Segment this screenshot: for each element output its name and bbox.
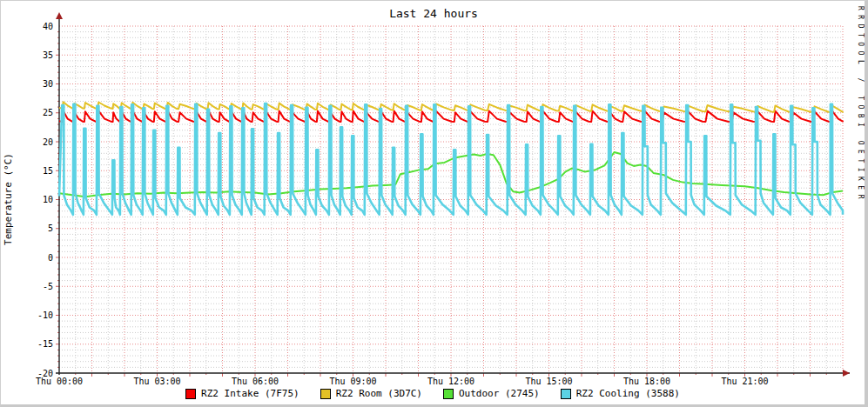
legend-item-outdoor: Outdoor (2745) (443, 388, 540, 399)
legend-item-rz2-cooling: RZ2 Cooling (3588) (561, 388, 680, 399)
x-tick-label: Thu 00:00 (36, 377, 83, 386)
y-axis-label: Temperature (°C) (3, 153, 14, 245)
y-tick-label: 0 (48, 253, 53, 263)
legend-label-outdoor: Outdoor (2745) (459, 388, 540, 399)
legend-item-rz2-intake: RZ2 Intake (7F75) (185, 388, 299, 399)
x-tick-label: Thu 06:00 (232, 377, 279, 386)
y-tick-label: 40 (43, 22, 53, 31)
y-tick-label: -5 (43, 282, 53, 291)
temperature-chart: 4035302520151050-5-10-15-20Thu 00:00Thu … (1, 1, 865, 404)
legend-swatch-outdoor (443, 389, 454, 399)
y-tick-label: 15 (43, 166, 53, 176)
legend-swatch-rz2-intake (185, 389, 196, 399)
x-tick-label: Thu 03:00 (133, 377, 180, 386)
y-tick-label: 30 (43, 79, 53, 89)
x-tick-label: Thu 21:00 (721, 377, 768, 386)
y-tick-label: 10 (43, 195, 53, 204)
y-tick-label: 20 (43, 137, 53, 147)
x-tick-label: Thu 18:00 (623, 377, 670, 386)
legend-swatch-rz2-cooling (561, 389, 571, 399)
y-tick-label: 25 (43, 108, 53, 117)
legend-item-rz2-room: RZ2 Room (3D7C) (320, 388, 422, 399)
x-tick-label: Thu 12:00 (427, 377, 474, 386)
chart-title: Last 24 hours (389, 7, 478, 20)
rrdtool-watermark: RRDTOOL / TOBI OETIKER (857, 6, 865, 204)
chart-legend: RZ2 Intake (7F75) RZ2 Room (3D7C) Outdoo… (1, 388, 865, 399)
y-tick-label: 35 (43, 50, 53, 60)
y-tick-label: 5 (48, 224, 53, 233)
legend-label-rz2-cooling: RZ2 Cooling (3588) (576, 388, 680, 399)
y-tick-label: -15 (37, 339, 53, 349)
x-tick-label: Thu 09:00 (329, 377, 376, 386)
x-tick-label: Thu 15:00 (525, 377, 572, 386)
legend-swatch-rz2-room (320, 389, 331, 399)
legend-label-rz2-room: RZ2 Room (3D7C) (336, 388, 422, 399)
rrdtool-graph: 4035302520151050-5-10-15-20Thu 00:00Thu … (0, 0, 868, 407)
y-tick-label: -10 (37, 310, 53, 320)
legend-label-rz2-intake: RZ2 Intake (7F75) (201, 388, 299, 399)
